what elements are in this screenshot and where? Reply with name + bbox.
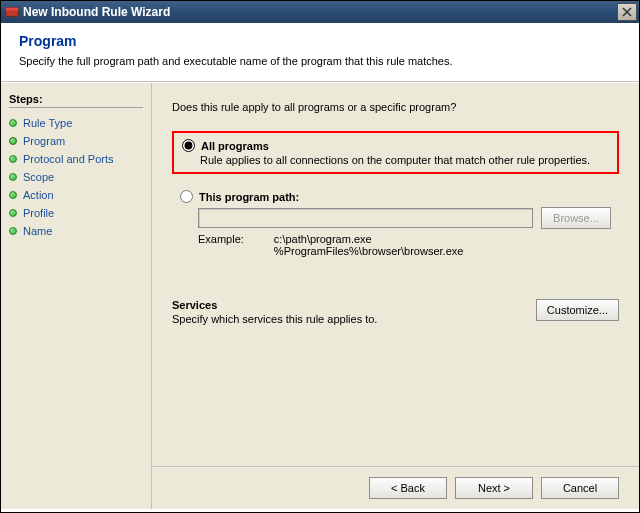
bullet-icon bbox=[9, 209, 17, 217]
example-paths: c:\path\program.exe %ProgramFiles%\brows… bbox=[274, 233, 464, 257]
option-program-path: This program path: Browse... Example: c:… bbox=[172, 184, 619, 263]
bullet-icon bbox=[9, 227, 17, 235]
step-label: Profile bbox=[23, 207, 54, 219]
back-button[interactable]: < Back bbox=[369, 477, 447, 499]
services-section: Services Specify which services this rul… bbox=[172, 299, 619, 325]
step-label: Action bbox=[23, 189, 54, 201]
services-desc: Specify which services this rule applies… bbox=[172, 313, 377, 325]
step-label: Scope bbox=[23, 171, 54, 183]
step-label: Rule Type bbox=[23, 117, 72, 129]
steps-heading: Steps: bbox=[9, 93, 143, 105]
question-text: Does this rule apply to all programs or … bbox=[172, 101, 619, 113]
bullet-icon bbox=[9, 137, 17, 145]
services-heading: Services bbox=[172, 299, 377, 311]
bullet-icon bbox=[9, 191, 17, 199]
page-subtitle: Specify the full program path and execut… bbox=[19, 55, 621, 67]
step-profile[interactable]: Profile bbox=[9, 204, 143, 222]
window-title: New Inbound Rule Wizard bbox=[23, 5, 170, 19]
header: Program Specify the full program path an… bbox=[1, 23, 639, 82]
bullet-icon bbox=[9, 119, 17, 127]
program-path-input[interactable] bbox=[198, 208, 533, 228]
bullet-icon bbox=[9, 173, 17, 181]
example-label: Example: bbox=[198, 233, 244, 257]
option-all-label: All programs bbox=[201, 140, 269, 152]
step-label: Program bbox=[23, 135, 65, 147]
wizard-button-bar: < Back Next > Cancel bbox=[152, 466, 639, 509]
radio-all-programs[interactable] bbox=[182, 139, 195, 152]
step-protocol-ports[interactable]: Protocol and Ports bbox=[9, 150, 143, 168]
next-button[interactable]: Next > bbox=[455, 477, 533, 499]
divider bbox=[9, 107, 143, 108]
step-label: Name bbox=[23, 225, 52, 237]
steps-sidebar: Steps: Rule Type Program Protocol and Po… bbox=[1, 83, 151, 509]
option-all-programs: All programs Rule applies to all connect… bbox=[172, 131, 619, 174]
step-action[interactable]: Action bbox=[9, 186, 143, 204]
step-label: Protocol and Ports bbox=[23, 153, 114, 165]
page-title: Program bbox=[19, 33, 621, 49]
radio-program-path[interactable] bbox=[180, 190, 193, 203]
svg-rect-1 bbox=[6, 8, 18, 11]
browse-button[interactable]: Browse... bbox=[541, 207, 611, 229]
step-program[interactable]: Program bbox=[9, 132, 143, 150]
step-scope[interactable]: Scope bbox=[9, 168, 143, 186]
step-rule-type[interactable]: Rule Type bbox=[9, 114, 143, 132]
cancel-button[interactable]: Cancel bbox=[541, 477, 619, 499]
option-path-label: This program path: bbox=[199, 191, 299, 203]
step-name[interactable]: Name bbox=[9, 222, 143, 240]
close-button[interactable] bbox=[617, 3, 637, 21]
bullet-icon bbox=[9, 155, 17, 163]
title-bar: New Inbound Rule Wizard bbox=[1, 1, 639, 23]
app-icon bbox=[5, 5, 19, 19]
customize-button[interactable]: Customize... bbox=[536, 299, 619, 321]
main-panel: Does this rule apply to all programs or … bbox=[151, 83, 639, 509]
option-all-desc: Rule applies to all connections on the c… bbox=[200, 154, 609, 166]
